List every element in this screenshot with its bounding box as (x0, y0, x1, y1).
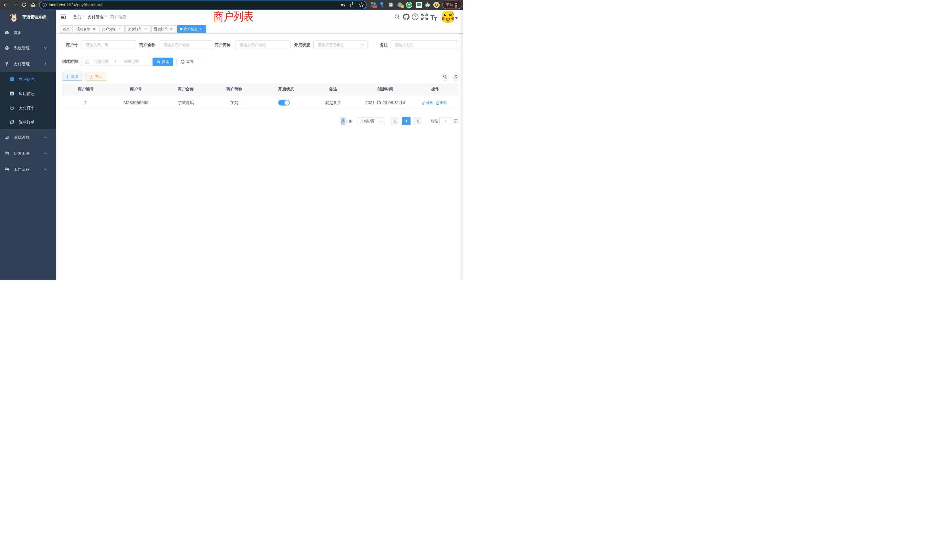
svg-text:¥: ¥ (11, 106, 12, 109)
svg-text:1: 1 (402, 5, 403, 8)
svg-text:10: 10 (373, 5, 376, 8)
